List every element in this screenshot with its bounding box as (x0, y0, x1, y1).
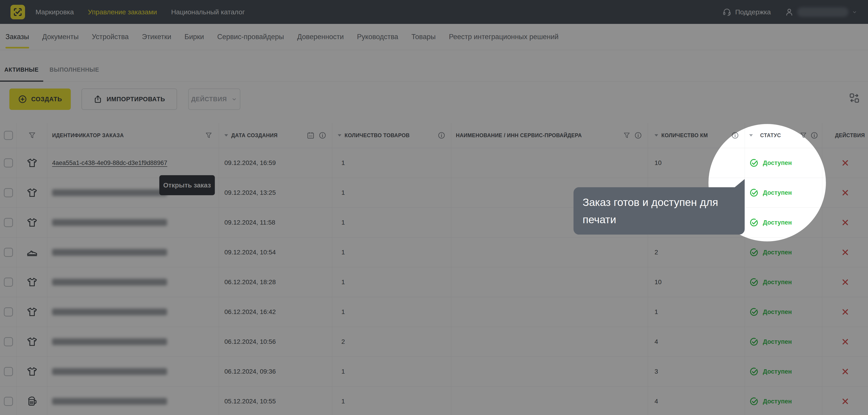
nav-order-management[interactable]: Управление заказами (88, 8, 157, 16)
user-menu[interactable] (784, 7, 858, 17)
delete-order-button[interactable] (841, 248, 849, 256)
creation-date: 06.12.2024, 16:42 (219, 297, 332, 327)
close-x-icon (841, 368, 849, 376)
header-service-provider[interactable]: НАИМЕНОВАНИЕ / ИНН СЕРВИС-ПРОВАЙДЕРА (456, 132, 582, 138)
row-checkbox[interactable] (4, 218, 13, 227)
row-checkbox[interactable] (4, 337, 13, 346)
close-x-icon (841, 218, 849, 227)
support-button[interactable]: Поддержка (722, 7, 771, 17)
filter-funnel-icon[interactable] (623, 132, 630, 139)
status-label: Доступен (763, 368, 792, 375)
order-id-link[interactable]: 4aea55a1-c438-4e09-88dc-d3e1f9d88967 (52, 159, 167, 166)
header-status[interactable]: СТАТУС (760, 132, 781, 138)
row-checkbox[interactable] (4, 188, 13, 197)
calendar-icon[interactable] (307, 131, 315, 139)
chevron-down-icon (851, 9, 858, 15)
close-x-icon (841, 189, 849, 197)
import-button[interactable]: ИМПОРТИРОВАТЬ (82, 89, 177, 110)
creation-date: 09.12.2024, 10:54 (219, 237, 332, 267)
subtab-active-label: АКТИВНЫЕ (4, 66, 39, 73)
actions-button-label: ДЕЙСТВИЯ (191, 96, 227, 103)
info-icon[interactable] (810, 131, 818, 139)
header-date[interactable]: ДАТА СОЗДАНИЯ (231, 132, 278, 138)
close-x-icon (841, 248, 849, 256)
tab-label: Этикетки (142, 33, 172, 41)
tab-0[interactable]: Заказы (5, 24, 29, 50)
delete-order-button[interactable] (841, 189, 849, 197)
delete-order-button[interactable] (841, 218, 849, 227)
row-checkbox[interactable] (4, 367, 13, 376)
filter-funnel-icon[interactable] (28, 131, 36, 139)
filter-funnel-icon[interactable] (800, 132, 807, 139)
tab-8[interactable]: Товары (411, 24, 436, 50)
info-icon[interactable] (437, 131, 445, 139)
row-checkbox[interactable] (4, 158, 13, 167)
close-x-icon (841, 278, 849, 286)
tab-label: Бирки (185, 33, 204, 41)
nav-national-catalog[interactable]: Национальный каталог (171, 8, 245, 16)
delete-order-button[interactable] (841, 397, 849, 406)
beer-mug-icon (26, 395, 38, 407)
info-icon[interactable] (634, 131, 642, 139)
delete-order-button[interactable] (841, 159, 849, 167)
row-checkbox[interactable] (4, 308, 13, 317)
creation-date: 09.12.2024, 16:59 (219, 148, 332, 178)
filter-funnel-icon[interactable] (205, 132, 212, 139)
row-checkbox[interactable] (4, 248, 13, 257)
km-count: 4 (648, 387, 745, 415)
delete-order-button[interactable] (841, 308, 849, 316)
check-circle-icon (749, 307, 759, 317)
tab-2[interactable]: Устройства (92, 24, 129, 50)
chestny-znak-logo[interactable] (10, 5, 25, 19)
upload-share-icon (93, 95, 102, 104)
info-icon[interactable] (318, 131, 327, 139)
sort-caret-icon[interactable] (654, 134, 658, 136)
tab-4[interactable]: Бирки (185, 24, 204, 50)
tab-label: Документы (42, 33, 79, 41)
create-button[interactable]: СОЗДАТЬ (9, 89, 71, 110)
tab-6[interactable]: Доверенности (297, 24, 344, 50)
sort-caret-icon[interactable] (749, 134, 753, 136)
table-row: 09.12.2024, 10:54 1 2 Доступен (0, 237, 868, 267)
sort-caret-icon[interactable] (338, 134, 341, 136)
actions-button[interactable]: ДЕЙСТВИЯ (188, 89, 240, 110)
product-type-cell (17, 237, 47, 267)
subtab-active[interactable]: АКТИВНЫЕ (4, 66, 39, 73)
check-circle-icon (749, 396, 759, 406)
top-bar: Маркировка Управление заказами Националь… (0, 0, 868, 24)
creation-date: 06.12.2024, 10:56 (219, 327, 332, 356)
row-checkbox[interactable] (4, 397, 13, 406)
masked-order-id (52, 309, 167, 315)
sort-caret-icon[interactable] (224, 134, 228, 136)
header-km-count[interactable]: КОЛИЧЕСТВО КМ (661, 132, 708, 138)
check-circle-icon (749, 158, 759, 168)
tshirt-icon (26, 187, 38, 199)
row-checkbox[interactable] (4, 278, 13, 287)
header-goods-count[interactable]: КОЛИЧЕСТВО ТОВАРОВ (345, 132, 410, 138)
topbar-right: Поддержка (722, 7, 858, 17)
headset-icon (722, 7, 732, 17)
table-settings-button[interactable] (848, 92, 860, 104)
select-all-checkbox[interactable] (4, 131, 13, 140)
header-order-id[interactable]: ИДЕНТИФИКАТОР ЗАКАЗА (52, 132, 124, 138)
callout-text: Заказ готов и доступен для печати (583, 196, 718, 225)
tab-3[interactable]: Этикетки (142, 24, 172, 50)
tshirt-icon (26, 336, 38, 348)
info-icon[interactable] (731, 131, 739, 139)
delete-order-button[interactable] (841, 368, 849, 376)
close-x-icon (841, 159, 849, 167)
tab-9[interactable]: Реестр интеграционных решений (449, 24, 558, 50)
nav-marking[interactable]: Маркировка (35, 8, 74, 16)
service-provider (451, 267, 648, 297)
subtab-completed[interactable]: ВЫПОЛНЕННЫЕ (50, 66, 99, 73)
tab-7[interactable]: Руководства (357, 24, 398, 50)
header-actions: ДЕЙСТВИЯ (835, 132, 865, 138)
tab-1[interactable]: Документы (42, 24, 79, 50)
delete-order-button[interactable] (841, 338, 849, 346)
creation-date: 09.12.2024, 13:25 (219, 178, 332, 208)
goods-count: 1 (332, 297, 451, 327)
tab-5[interactable]: Сервис-провайдеры (217, 24, 284, 50)
column-settings-icon (848, 92, 860, 104)
status-label: Доступен (763, 159, 792, 166)
delete-order-button[interactable] (841, 278, 849, 286)
